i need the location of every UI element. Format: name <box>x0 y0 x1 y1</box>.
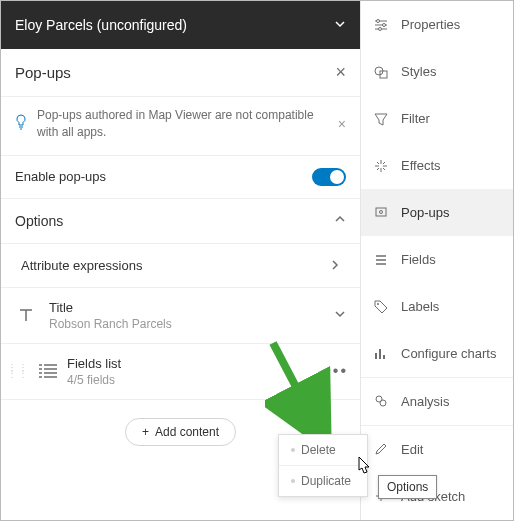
sidebar-item-label: Labels <box>401 299 439 314</box>
lightbulb-icon <box>15 114 27 133</box>
sidebar-item-label: Configure charts <box>401 346 496 361</box>
analysis-icon <box>373 394 389 408</box>
sidebar-item-filter[interactable]: Filter <box>361 95 513 142</box>
panel-title: Pop-ups <box>15 64 335 81</box>
layer-title: Eloy Parcels (unconfigured) <box>15 17 334 33</box>
side-panel: Properties Styles Filter Effects Pop-ups <box>361 1 513 520</box>
fields-count: 4/5 fields <box>67 373 313 387</box>
dismiss-info-icon[interactable]: × <box>338 116 346 132</box>
sidebar-item-effects[interactable]: Effects <box>361 142 513 189</box>
svg-rect-5 <box>376 208 386 216</box>
list-icon <box>373 253 389 267</box>
pencil-icon <box>373 442 389 456</box>
title-value: Robson Ranch Parcels <box>49 317 322 331</box>
chevron-down-icon[interactable] <box>334 17 346 33</box>
sidebar-item-labels[interactable]: Labels <box>361 283 513 330</box>
options-label: Options <box>15 213 334 229</box>
enable-popups-label: Enable pop-ups <box>15 169 312 184</box>
fields-list-icon <box>37 363 59 379</box>
sidebar-item-label: Styles <box>401 64 436 79</box>
fields-label: Fields list <box>67 356 313 371</box>
sidebar-item-label: Analysis <box>401 394 449 409</box>
chart-icon <box>373 347 389 361</box>
sidebar-item-label: Pop-ups <box>401 205 449 220</box>
info-banner: Pop-ups authored in Map Viewer are not c… <box>1 97 360 156</box>
tag-icon <box>373 300 389 314</box>
svg-point-7 <box>377 303 379 305</box>
context-menu-delete[interactable]: Delete <box>279 435 367 466</box>
fields-block: Fields list 4/5 fields <box>67 356 313 387</box>
svg-point-1 <box>383 23 386 26</box>
plus-icon: + <box>142 425 149 439</box>
sidebar-item-label: Filter <box>401 111 430 126</box>
title-card[interactable]: Title Robson Ranch Parcels <box>1 288 360 344</box>
options-icon[interactable]: ••• <box>321 362 352 380</box>
popup-icon <box>373 206 389 220</box>
context-menu: Delete Duplicate <box>278 434 368 497</box>
attribute-expressions-item[interactable]: Attribute expressions <box>1 244 360 288</box>
app-root: Eloy Parcels (unconfigured) Pop-ups × Po… <box>0 0 514 521</box>
sidebar-item-popups[interactable]: Pop-ups <box>361 189 513 236</box>
svg-point-6 <box>380 210 383 213</box>
sidebar-item-label: Effects <box>401 158 441 173</box>
chevron-right-icon <box>330 258 340 273</box>
options-section[interactable]: Options <box>1 199 360 244</box>
tooltip: Options <box>378 475 437 499</box>
shapes-icon <box>373 65 389 79</box>
add-content-label: Add content <box>155 425 219 439</box>
context-menu-label: Duplicate <box>301 474 351 488</box>
sidebar-item-configure-charts[interactable]: Configure charts <box>361 330 513 377</box>
sidebar-item-label: Properties <box>401 17 460 32</box>
sidebar-item-styles[interactable]: Styles <box>361 48 513 95</box>
panel-title-row: Pop-ups × <box>1 49 360 97</box>
sidebar-item-label: Fields <box>401 252 436 267</box>
bullet-icon <box>291 479 295 483</box>
layer-header[interactable]: Eloy Parcels (unconfigured) <box>1 1 360 49</box>
attribute-expressions-label: Attribute expressions <box>21 258 330 273</box>
title-label: Title <box>49 300 322 315</box>
chevron-up-icon <box>334 213 346 228</box>
drag-handle-icon[interactable]: ⋮⋮⋮⋮ <box>7 365 29 377</box>
sidebar-item-label: Edit <box>401 442 423 457</box>
sliders-icon <box>373 18 389 32</box>
chevron-down-icon[interactable] <box>334 308 346 323</box>
enable-popups-toggle[interactable] <box>312 168 346 186</box>
bullet-icon <box>291 448 295 452</box>
add-content-button[interactable]: + Add content <box>125 418 236 446</box>
info-text: Pop-ups authored in Map Viewer are not c… <box>37 107 328 141</box>
context-menu-label: Delete <box>301 443 336 457</box>
fields-list-card[interactable]: ⋮⋮⋮⋮ Fields list 4/5 fields ••• <box>1 344 360 400</box>
sparkle-icon <box>373 159 389 173</box>
svg-point-2 <box>379 27 382 30</box>
context-menu-duplicate[interactable]: Duplicate <box>279 466 367 496</box>
svg-point-0 <box>377 19 380 22</box>
enable-popups-row: Enable pop-ups <box>1 156 360 199</box>
svg-point-9 <box>380 400 386 406</box>
filter-icon <box>373 112 389 126</box>
close-icon[interactable]: × <box>335 62 346 83</box>
title-icon <box>15 304 37 326</box>
sidebar-item-analysis[interactable]: Analysis <box>361 378 513 425</box>
sidebar-item-properties[interactable]: Properties <box>361 1 513 48</box>
sidebar-item-fields[interactable]: Fields <box>361 236 513 283</box>
title-block: Title Robson Ranch Parcels <box>49 300 322 331</box>
sidebar-item-edit[interactable]: Edit <box>361 426 513 473</box>
